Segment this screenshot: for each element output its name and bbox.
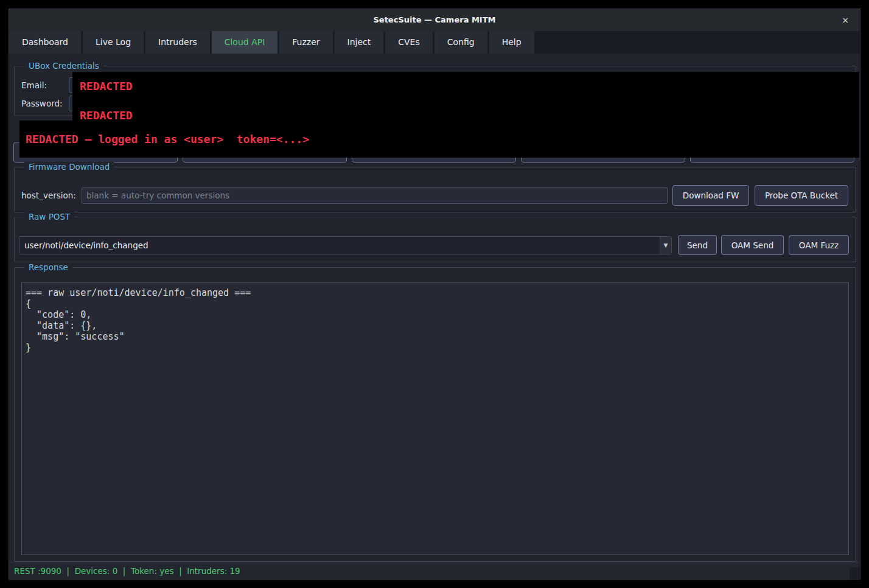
- firmware-download-title: Firmware Download: [24, 162, 114, 172]
- redacted-email-text: REDACTED: [80, 80, 133, 93]
- tab-config[interactable]: Config: [434, 31, 487, 54]
- resize-grip[interactable]: [850, 567, 860, 580]
- probe-ota-bucket-button[interactable]: Probe OTA Bucket: [755, 185, 848, 206]
- tab-bar: Dashboard Live Log Intruders Cloud API F…: [9, 31, 860, 54]
- tab-live-log[interactable]: Live Log: [83, 31, 144, 54]
- endpoint-combobox[interactable]: user/noti/device/info_changed ▼: [19, 236, 672, 254]
- oam-fuzz-button[interactable]: OAM Fuzz: [789, 235, 849, 255]
- host-version-label: host_version:: [21, 191, 76, 200]
- raw-post-title: Raw POST: [24, 212, 74, 222]
- title-bar[interactable]: SetecSuite — Camera MITM ×: [9, 9, 860, 31]
- response-textarea[interactable]: === raw user/noti/device/info_changed ==…: [21, 282, 849, 555]
- ubox-credentials-title: UBox Credentials: [24, 61, 103, 71]
- tab-cves[interactable]: CVEs: [385, 31, 433, 54]
- host-version-input[interactable]: [82, 187, 668, 204]
- status-bar: REST :9090 | Devices: 0 | Token: yes | I…: [9, 562, 860, 580]
- tab-intruders[interactable]: Intruders: [145, 31, 210, 54]
- chevron-down-icon[interactable]: ▼: [660, 237, 671, 254]
- status-text: REST :9090 | Devices: 0 | Token: yes | I…: [14, 562, 240, 580]
- app-window: SetecSuite — Camera MITM × Dashboard Liv…: [9, 9, 860, 579]
- email-label: Email:: [21, 80, 47, 90]
- redacted-password-text: REDACTED: [80, 110, 133, 122]
- response-title: Response: [24, 262, 72, 272]
- endpoint-value: user/noti/device/info_changed: [24, 237, 148, 254]
- tab-cloud-api[interactable]: Cloud API: [212, 31, 278, 54]
- tab-dashboard[interactable]: Dashboard: [9, 31, 81, 54]
- tab-help[interactable]: Help: [489, 31, 534, 54]
- download-fw-button[interactable]: Download FW: [672, 185, 749, 206]
- tab-inject[interactable]: Inject: [335, 31, 384, 54]
- redaction-overlay-upper: [72, 72, 859, 121]
- tab-fuzzer[interactable]: Fuzzer: [279, 31, 332, 54]
- window-title: SetecSuite — Camera MITM: [9, 9, 860, 31]
- send-button[interactable]: Send: [678, 235, 717, 255]
- oam-send-button[interactable]: OAM Send: [721, 235, 784, 255]
- redacted-login-status-text: REDACTED — logged in as <user> token=<..…: [26, 133, 309, 145]
- close-button[interactable]: ×: [842, 9, 849, 31]
- password-label: Password:: [21, 99, 63, 108]
